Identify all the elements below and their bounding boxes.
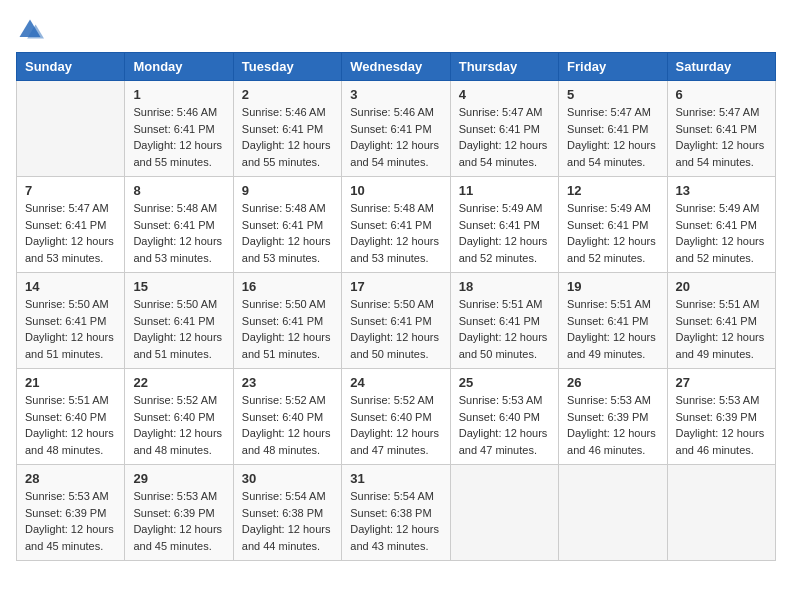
calendar-cell [17, 81, 125, 177]
day-number: 27 [676, 375, 767, 390]
daylight-text: Daylight: 12 hours and 54 minutes. [676, 139, 765, 168]
day-number: 19 [567, 279, 658, 294]
sunrise-text: Sunrise: 5:54 AM [350, 490, 434, 502]
calendar-cell: 4Sunrise: 5:47 AMSunset: 6:41 PMDaylight… [450, 81, 558, 177]
sunset-text: Sunset: 6:39 PM [567, 411, 648, 423]
day-number: 11 [459, 183, 550, 198]
day-info: Sunrise: 5:46 AMSunset: 6:41 PMDaylight:… [242, 104, 333, 170]
daylight-text: Daylight: 12 hours and 48 minutes. [133, 427, 222, 456]
daylight-text: Daylight: 12 hours and 53 minutes. [133, 235, 222, 264]
daylight-text: Daylight: 12 hours and 48 minutes. [25, 427, 114, 456]
sunset-text: Sunset: 6:41 PM [567, 315, 648, 327]
day-info: Sunrise: 5:50 AMSunset: 6:41 PMDaylight:… [25, 296, 116, 362]
sunrise-text: Sunrise: 5:49 AM [459, 202, 543, 214]
calendar-cell: 12Sunrise: 5:49 AMSunset: 6:41 PMDayligh… [559, 177, 667, 273]
daylight-text: Daylight: 12 hours and 47 minutes. [350, 427, 439, 456]
day-info: Sunrise: 5:48 AMSunset: 6:41 PMDaylight:… [350, 200, 441, 266]
sunrise-text: Sunrise: 5:49 AM [567, 202, 651, 214]
sunset-text: Sunset: 6:41 PM [676, 123, 757, 135]
sunrise-text: Sunrise: 5:53 AM [567, 394, 651, 406]
day-number: 17 [350, 279, 441, 294]
calendar-cell: 13Sunrise: 5:49 AMSunset: 6:41 PMDayligh… [667, 177, 775, 273]
calendar-cell: 30Sunrise: 5:54 AMSunset: 6:38 PMDayligh… [233, 465, 341, 561]
day-number: 18 [459, 279, 550, 294]
sunrise-text: Sunrise: 5:47 AM [25, 202, 109, 214]
logo [16, 16, 48, 44]
calendar-header: SundayMondayTuesdayWednesdayThursdayFrid… [17, 53, 776, 81]
sunset-text: Sunset: 6:41 PM [242, 315, 323, 327]
day-number: 13 [676, 183, 767, 198]
day-info: Sunrise: 5:53 AMSunset: 6:39 PMDaylight:… [25, 488, 116, 554]
sunrise-text: Sunrise: 5:52 AM [242, 394, 326, 406]
sunrise-text: Sunrise: 5:47 AM [567, 106, 651, 118]
day-info: Sunrise: 5:48 AMSunset: 6:41 PMDaylight:… [242, 200, 333, 266]
calendar-cell: 24Sunrise: 5:52 AMSunset: 6:40 PMDayligh… [342, 369, 450, 465]
day-info: Sunrise: 5:49 AMSunset: 6:41 PMDaylight:… [676, 200, 767, 266]
daylight-text: Daylight: 12 hours and 45 minutes. [25, 523, 114, 552]
calendar-cell: 3Sunrise: 5:46 AMSunset: 6:41 PMDaylight… [342, 81, 450, 177]
sunrise-text: Sunrise: 5:51 AM [25, 394, 109, 406]
day-info: Sunrise: 5:53 AMSunset: 6:39 PMDaylight:… [133, 488, 224, 554]
calendar-cell: 15Sunrise: 5:50 AMSunset: 6:41 PMDayligh… [125, 273, 233, 369]
sunrise-text: Sunrise: 5:47 AM [459, 106, 543, 118]
calendar-cell [450, 465, 558, 561]
day-info: Sunrise: 5:47 AMSunset: 6:41 PMDaylight:… [459, 104, 550, 170]
sunrise-text: Sunrise: 5:46 AM [350, 106, 434, 118]
weekday-header-row: SundayMondayTuesdayWednesdayThursdayFrid… [17, 53, 776, 81]
calendar-cell: 18Sunrise: 5:51 AMSunset: 6:41 PMDayligh… [450, 273, 558, 369]
day-number: 29 [133, 471, 224, 486]
day-number: 6 [676, 87, 767, 102]
day-number: 30 [242, 471, 333, 486]
daylight-text: Daylight: 12 hours and 50 minutes. [350, 331, 439, 360]
day-info: Sunrise: 5:47 AMSunset: 6:41 PMDaylight:… [25, 200, 116, 266]
calendar-cell [559, 465, 667, 561]
day-info: Sunrise: 5:47 AMSunset: 6:41 PMDaylight:… [676, 104, 767, 170]
sunrise-text: Sunrise: 5:52 AM [350, 394, 434, 406]
sunrise-text: Sunrise: 5:48 AM [133, 202, 217, 214]
calendar-cell: 26Sunrise: 5:53 AMSunset: 6:39 PMDayligh… [559, 369, 667, 465]
day-number: 23 [242, 375, 333, 390]
calendar-body: 1Sunrise: 5:46 AMSunset: 6:41 PMDaylight… [17, 81, 776, 561]
day-info: Sunrise: 5:52 AMSunset: 6:40 PMDaylight:… [350, 392, 441, 458]
sunset-text: Sunset: 6:39 PM [133, 507, 214, 519]
calendar-cell: 1Sunrise: 5:46 AMSunset: 6:41 PMDaylight… [125, 81, 233, 177]
day-number: 20 [676, 279, 767, 294]
sunset-text: Sunset: 6:40 PM [25, 411, 106, 423]
daylight-text: Daylight: 12 hours and 54 minutes. [459, 139, 548, 168]
sunset-text: Sunset: 6:39 PM [25, 507, 106, 519]
sunset-text: Sunset: 6:38 PM [242, 507, 323, 519]
sunset-text: Sunset: 6:41 PM [242, 123, 323, 135]
calendar-cell: 21Sunrise: 5:51 AMSunset: 6:40 PMDayligh… [17, 369, 125, 465]
sunset-text: Sunset: 6:41 PM [25, 219, 106, 231]
day-number: 16 [242, 279, 333, 294]
weekday-header-tuesday: Tuesday [233, 53, 341, 81]
sunset-text: Sunset: 6:41 PM [25, 315, 106, 327]
sunset-text: Sunset: 6:41 PM [567, 219, 648, 231]
sunrise-text: Sunrise: 5:52 AM [133, 394, 217, 406]
calendar-cell: 7Sunrise: 5:47 AMSunset: 6:41 PMDaylight… [17, 177, 125, 273]
day-number: 5 [567, 87, 658, 102]
sunset-text: Sunset: 6:41 PM [459, 123, 540, 135]
daylight-text: Daylight: 12 hours and 53 minutes. [242, 235, 331, 264]
day-info: Sunrise: 5:53 AMSunset: 6:39 PMDaylight:… [676, 392, 767, 458]
daylight-text: Daylight: 12 hours and 51 minutes. [242, 331, 331, 360]
day-info: Sunrise: 5:54 AMSunset: 6:38 PMDaylight:… [242, 488, 333, 554]
calendar-cell: 25Sunrise: 5:53 AMSunset: 6:40 PMDayligh… [450, 369, 558, 465]
sunset-text: Sunset: 6:41 PM [133, 219, 214, 231]
daylight-text: Daylight: 12 hours and 54 minutes. [350, 139, 439, 168]
sunset-text: Sunset: 6:40 PM [350, 411, 431, 423]
sunrise-text: Sunrise: 5:46 AM [133, 106, 217, 118]
day-number: 9 [242, 183, 333, 198]
logo-icon [16, 16, 44, 44]
daylight-text: Daylight: 12 hours and 43 minutes. [350, 523, 439, 552]
day-info: Sunrise: 5:46 AMSunset: 6:41 PMDaylight:… [133, 104, 224, 170]
sunrise-text: Sunrise: 5:51 AM [676, 298, 760, 310]
daylight-text: Daylight: 12 hours and 52 minutes. [459, 235, 548, 264]
calendar-cell: 5Sunrise: 5:47 AMSunset: 6:41 PMDaylight… [559, 81, 667, 177]
day-info: Sunrise: 5:49 AMSunset: 6:41 PMDaylight:… [459, 200, 550, 266]
day-number: 8 [133, 183, 224, 198]
day-number: 24 [350, 375, 441, 390]
sunset-text: Sunset: 6:38 PM [350, 507, 431, 519]
sunset-text: Sunset: 6:41 PM [567, 123, 648, 135]
daylight-text: Daylight: 12 hours and 49 minutes. [567, 331, 656, 360]
